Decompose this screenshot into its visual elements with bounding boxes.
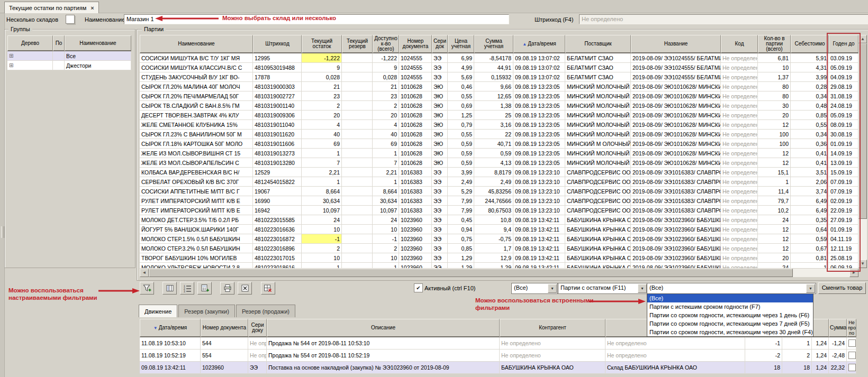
mcol-price[interactable] (812, 319, 829, 337)
series-filter-combo[interactable]: (Все) ▼ (511, 283, 558, 294)
dropdown-option[interactable]: (Все) (647, 294, 813, 302)
table-row[interactable]: 11.08.19 10:53:10 544 Не определено Прод… (140, 337, 856, 350)
stock-filter-combo[interactable]: Партии с остатком (F11) ▼ (558, 283, 648, 294)
multi-warehouse-checkbox[interactable] (66, 15, 75, 24)
table-row[interactable]: ДЕСЕРТ ТВОР.ВЕН.ЗАВТРАК 4% КЛУ 481031900… (140, 111, 858, 120)
calculator-add-button[interactable] (197, 282, 212, 295)
tab-reserve-purchases[interactable]: Резерв (закупки) (178, 305, 235, 317)
col-code[interactable]: Код (721, 35, 758, 53)
expiry-filter-combo[interactable]: (Все) ▼ (647, 283, 816, 294)
tab-current-batches[interactable]: Текущие остатки по партиям × (4, 2, 99, 13)
mcol-contragent[interactable]: Контрагент (500, 319, 605, 337)
mcol-datetime[interactable]: ▼Дата/время (140, 319, 201, 337)
scroll-down-icon[interactable]: ▼ (858, 260, 867, 268)
mcol-doc-number[interactable]: Номер документа (201, 319, 248, 337)
expand-icon[interactable]: ⊞ (9, 53, 13, 59)
vscroll-thumb[interactable] (858, 43, 867, 219)
table-row[interactable]: МОЛОКО СТЕР.3.2% 0.5Л БАБУШКИН 481022301… (140, 244, 858, 253)
numbering-button[interactable]: 123 (180, 282, 194, 295)
table-row[interactable]: ЖЕЛЕ ИЗ МОЛ.СЫВОР.АПЕЛЬСИН С 48103190132… (140, 158, 858, 168)
mcol-not-posted[interactable]: Не прове по (847, 319, 856, 337)
filter-add-button[interactable] (140, 282, 154, 295)
mcol-sum[interactable]: Сумма (829, 319, 847, 337)
not-posted-checkbox[interactable] (848, 364, 856, 371)
hscroll-thumb[interactable] (149, 269, 793, 277)
table-row[interactable]: РУЛЕТ ИМПЕРАТОРСКИЙ М/ПТ К/В Е 16990 30,… (140, 196, 858, 206)
mcol-doc-series[interactable]: Сери доку (248, 319, 267, 337)
col-batch-qty[interactable]: Кол-во в партии (всего) (758, 35, 791, 53)
print-button[interactable] (220, 282, 234, 295)
table-row[interactable]: ТВОРОГ БАБУШКИН 10% МОГИЛЕВ 481022301701… (140, 253, 858, 263)
cell-barcode: 4810953019488 (253, 63, 302, 72)
group-row[interactable]: ⊞ Все (7, 51, 131, 61)
column-settings-button[interactable] (162, 282, 177, 295)
groups-col-tree[interactable]: Дерево (7, 35, 53, 51)
table-row[interactable]: СЫРОК ГЛ.20% ПЕЧ/МАРМЕЛАД 50Г 4810319002… (140, 91, 858, 101)
group-row[interactable]: ⊞ Джестори (7, 61, 131, 70)
col-price[interactable]: Цена учетная (448, 35, 474, 53)
not-posted-checkbox[interactable] (848, 339, 856, 347)
col-supplier[interactable]: Поставщик (565, 35, 631, 53)
active-checkbox[interactable]: ✔ (414, 283, 423, 292)
groups-col-order[interactable]: По (53, 35, 65, 51)
dropdown-option[interactable]: Партии со сроком годности, истекающим че… (647, 328, 813, 336)
table-row[interactable]: СЕРВЕЛАТ ОРЕХОВЫЙ К/В В/С 370Г 481245401… (140, 177, 858, 187)
cell-supplier: БАБУШКИНА КРЫНКА ОАО (565, 263, 631, 268)
col-current-reserve[interactable]: Текущий резерв (342, 35, 373, 53)
table-row[interactable]: СЫРОК ГЛ.23% С ВАНИЛИНОМ 50Г М 481031901… (140, 130, 858, 139)
col-doc-series[interactable]: Сери док (432, 35, 448, 53)
dropdown-option[interactable]: Партии с истекшим сроком годности (F7) (647, 302, 813, 311)
table-row[interactable]: КОЛБАСА ВАР.ДЕРЕВЕНСКАЯ В/С Н/ 12529 2,2… (140, 168, 858, 177)
col-name[interactable]: Наименование (140, 35, 253, 53)
col-barcode[interactable]: Штрихкод (253, 35, 302, 53)
change-product-button[interactable]: Сменить товар (818, 282, 866, 294)
table-row[interactable]: МОЛОКО СТЕР.1.5% 0.5Л БАБУШКИН 481022301… (140, 234, 858, 244)
chevron-down-icon[interactable]: ▼ (548, 284, 557, 293)
col-expiry[interactable]: Годен до (829, 35, 858, 53)
table-row[interactable]: ЖЕЛЕ ИЗ МОЛ.СЫВОР.ВИШНЯ СТ 15 4810319013… (140, 149, 858, 158)
table-row[interactable]: ЙОГУРТ 5% ВАН/ШОК.ШАРИКИ 140Г 4810223016… (140, 225, 858, 234)
export-excel-button[interactable] (238, 282, 252, 295)
mcol-description[interactable]: Описание (267, 319, 500, 337)
col-sum[interactable]: Сумма учетная (474, 35, 513, 53)
table-row[interactable]: СЫРОК ГЛ.18% КАРТОШКА 50Г МОЛО 481031901… (140, 139, 858, 149)
table-row[interactable]: СОСИСКИ АППЕТИТНЫЕ М/ПТ В/С Г 19067 8,66… (140, 187, 858, 196)
cell-expiry: 08.09.19 (829, 120, 858, 130)
table-row[interactable]: СОСИСКИ МИШУТКА В/С Т/У 1КГ МЯ 12995 -1,… (140, 53, 858, 63)
chevron-down-icon[interactable]: ▼ (806, 284, 815, 293)
scroll-right-icon[interactable]: ► (849, 269, 858, 277)
scroll-up-icon[interactable]: ▲ (858, 35, 867, 43)
chevron-down-icon[interactable]: ▼ (638, 284, 647, 293)
batches-vscrollbar[interactable]: ▲ ▼ (858, 35, 867, 268)
dropdown-option[interactable]: Партии со сроком годности, истекающим че… (647, 311, 813, 319)
close-icon[interactable]: × (91, 5, 94, 11)
col-cost[interactable]: Себестоимо (791, 35, 829, 53)
table-row[interactable]: 09.08.19 13:42:11 1023960 ЭЭ Поставка на… (140, 362, 856, 374)
col-current-balance[interactable]: Текущий остаток (302, 35, 342, 53)
tab-reserve-sales[interactable]: Резерв (продажи) (236, 305, 295, 317)
col-title[interactable]: Название (631, 35, 721, 53)
not-posted-checkbox[interactable] (848, 352, 856, 359)
table-row[interactable]: СЫРОК ГЛ.20% МАЛИНА 40Г МОЛОЧ 4810319000… (140, 82, 858, 91)
table-row[interactable]: МОЛОКО УЛЬТР.СВЕЖ.НОВОСТИ 2.8 4810223018… (140, 263, 858, 268)
table-row[interactable]: СТУДЕНЬ ЗАКУСОЧНЫЙ В/У 1КГ ВО- 17878 0,0… (140, 72, 858, 82)
table-row[interactable]: 11.08.19 10:52:19 554 Не определено Прод… (140, 350, 856, 362)
col-available[interactable]: Доступно к-во (всего) (373, 35, 399, 53)
table-row[interactable]: ЖЕЛЕ СМЕТАННОЕ КЛУБНИКА 15% 481031901104… (140, 120, 858, 130)
col-doc-number[interactable]: Номер документа (399, 35, 432, 53)
batches-hscrollbar[interactable]: ◄ ► (140, 269, 858, 277)
col-datetime[interactable]: ▲Дата/время (513, 35, 565, 53)
cell-current-balance: 2 (302, 244, 342, 253)
table-row[interactable]: МОЛОКО ДЕТ.СТЕР.3.5% Т/Б 0.2Л РБ 4810223… (140, 215, 858, 225)
tab-movement[interactable]: Движение (139, 305, 177, 317)
remove-grid-button[interactable] (261, 282, 275, 295)
scroll-left-icon[interactable]: ◄ (140, 269, 149, 277)
dropdown-option[interactable]: Партии со сроком годности, истекающим че… (647, 319, 813, 328)
table-row[interactable]: СЫРОК ТВ.СЛАДКИЙ С ВАН.8.5% ГМ 481031900… (140, 101, 858, 111)
table-row[interactable]: РУЛЕТ ИМПЕРАТОРСКИЙ М/ПТ К/В Е 16942 10,… (140, 206, 858, 215)
cell-doc-number: 1023960 (399, 244, 432, 253)
groups-col-name[interactable]: Наименование (65, 35, 131, 51)
table-row[interactable]: СОСИСКИ МИШУТКА КЛАССИЧ.В/С С 4810953019… (140, 63, 858, 72)
barcode-input[interactable]: Не определено (579, 14, 868, 24)
expand-icon[interactable]: ⊞ (9, 62, 13, 68)
